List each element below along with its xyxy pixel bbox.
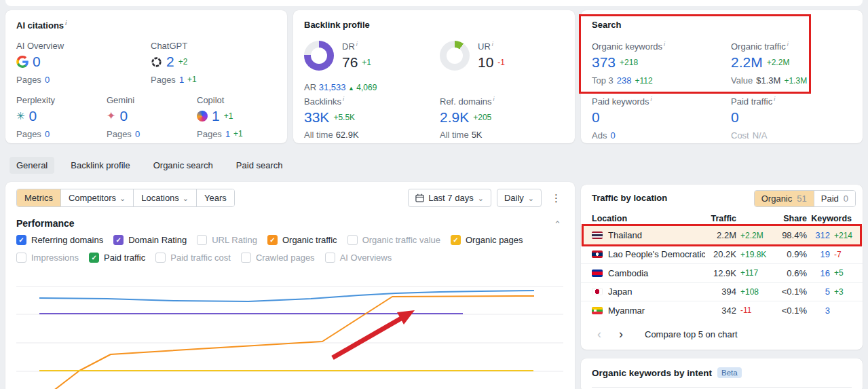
thailand-flag-icon [592,231,603,239]
google-icon [16,56,29,68]
previous-card-edge [5,0,863,6]
compare-top5-link[interactable]: Compare top 5 on chart [645,329,738,339]
toggle-organic[interactable]: Organic51 [755,191,814,206]
metric-label: Organic traffic [282,235,337,245]
keywords-value: 16 [807,268,830,278]
filter-competitors[interactable]: Competitors⌄ [60,189,133,206]
metric-toggle-url-rating[interactable]: URL Rating [197,235,257,245]
share-value: 0.6% [773,268,807,278]
ur-donut-chart [440,41,470,71]
info-icon[interactable]: i [651,96,652,103]
ref-domains-stat: Ref. domainsi 2.9K+205 All time5K [440,96,495,140]
cambodia-flag-icon [592,270,603,277]
metric-toggle-organic-traffic-value[interactable]: Organic traffic value [347,235,440,245]
column-traffic[interactable]: Traffic [705,214,773,223]
column-location[interactable]: Location [592,214,705,223]
dashboard: AI citationsi AI Overview 0 Pages0 ChatG… [0,0,868,389]
filter-years[interactable]: Years [196,189,234,206]
traffic-change: +2.2M [736,231,773,240]
chatgpt-icon [151,56,162,68]
japan-flag-icon [592,288,603,295]
table-row-japan[interactable]: Japan394+108<0.1%5+3 [581,282,863,301]
keywords-change: +5 [830,268,852,278]
gemini-icon: ✦ [107,111,115,122]
chatgpt-stat: ChatGPT 2 +2 Pages1+1 [151,41,197,85]
checkbox-unchecked-icon [197,235,207,245]
ai-citations-card: AI citationsi AI Overview 0 Pages0 ChatG… [5,10,287,143]
share-value: <0.1% [773,305,807,316]
performance-chart-card: Metrics Competitors⌄ Locations⌄ Years La… [5,182,575,389]
keywords-change: +214 [830,231,852,240]
info-icon[interactable]: i [492,41,493,48]
granularity-button[interactable]: Daily ⌄ [497,189,542,207]
traffic-change: +108 [736,287,773,297]
checkbox-checked-icon: ✓ [16,235,26,245]
metric-label: Organic traffic value [362,235,440,245]
traffic-value: 20.2K [705,249,736,259]
info-icon[interactable]: i [343,96,344,103]
traffic-change: +19.8K [736,250,773,259]
share-value: 0.9% [773,249,807,259]
column-keywords[interactable]: Keywords [807,214,852,223]
metric-toggle-domain-rating[interactable]: ✓Domain Rating [113,235,187,245]
paid-traffic-stat: Paid traffici 0 CostN/A [731,96,775,141]
checkbox-unchecked-icon [347,235,358,245]
tab-organic-search[interactable]: Organic search [147,157,220,174]
card-title: Organic keywords by intent [592,368,712,378]
table-row-cambodia[interactable]: Cambodia12.9K+1170.6%16+5 [581,263,863,282]
share-value: 98.4% [773,230,807,240]
performance-heading: Performance [16,218,75,229]
location-name: Thailand [608,230,642,240]
tab-backlink-profile[interactable]: Backlink profile [64,157,136,174]
table-row-myanmar[interactable]: Myanmar342-11<0.1%3 [581,301,863,320]
keywords-value: 5 [807,286,830,297]
location-name: Myanmar [608,305,645,316]
gemini-stat: Gemini ✦ 0 Pages0 [107,95,140,139]
table-footer: ‹ › Compare top 5 on chart [592,329,852,339]
tab-paid-search[interactable]: Paid search [229,157,290,174]
filter-metrics[interactable]: Metrics [17,189,60,206]
info-icon[interactable]: i [356,41,358,48]
info-icon[interactable]: i [664,41,665,48]
metric-toggle-referring-domains[interactable]: ✓Referring domains [16,235,103,245]
table-row-laos[interactable]: Lao People's Democratic Reput20.2K+19.8K… [581,245,863,264]
organic-keywords-stat: Organic keywordsi 373+218 Top 3238+112 [592,41,665,86]
info-icon[interactable]: i [65,20,67,26]
date-controls: Last 7 days ⌄ Daily ⌄ ⋮ [408,189,565,207]
divider [592,387,852,388]
perplexity-stat: Perplexity ✳ 0 Pages0 [16,95,55,139]
prev-page-icon[interactable]: ‹ [592,329,607,339]
keywords-by-intent-card: Organic keywords by intentBeta [581,358,863,389]
chevron-down-icon: ⌄ [183,195,189,202]
column-share[interactable]: Share [773,214,807,223]
annotation-arrow-shaft [333,318,401,358]
card-title: AI citationsi [16,20,67,31]
traffic-value: 394 [705,286,736,297]
search-card: Search Organic keywordsi 373+218 Top 323… [581,10,863,143]
copilot-icon [197,111,208,122]
toggle-paid[interactable]: Paid0 [814,191,855,206]
table-row-thailand[interactable]: Thailand2.2M+2.2M98.4%312+214 [581,226,863,245]
date-range-button[interactable]: Last 7 days ⌄ [408,189,491,207]
location-name: Lao People's Democratic Reput [608,249,705,259]
traffic-value: 2.2M [705,230,736,240]
next-page-icon[interactable]: › [614,329,628,339]
table-body: Thailand2.2M+2.2M98.4%312+214Lao People'… [581,226,863,320]
chevron-down-icon: ⌄ [478,195,484,202]
metric-toggle-organic-pages[interactable]: ✓Organic pages [451,235,523,245]
location-name: Japan [608,286,632,297]
info-icon[interactable]: i [787,41,789,48]
location-name: Cambodia [608,268,648,278]
tab-general[interactable]: General [10,157,54,174]
domain-rating-stat: DRi 76+1 [304,41,371,71]
keywords-value: 3 [807,305,830,316]
metric-toggle-organic-traffic[interactable]: ✓Organic traffic [267,235,337,245]
info-icon[interactable]: i [493,96,495,103]
performance-line-chart[interactable] [5,261,575,389]
info-icon[interactable]: i [774,96,775,103]
collapse-chevron-icon[interactable]: ⌃ [554,219,561,229]
backlink-profile-card: Backlink profile DRi 76+1 AR 31,533 ▲ 4,… [293,10,575,143]
table-header: Location Traffic Share Keywords [592,212,852,225]
filter-locations[interactable]: Locations⌄ [133,189,196,206]
more-options-icon[interactable]: ⋮ [547,191,565,206]
